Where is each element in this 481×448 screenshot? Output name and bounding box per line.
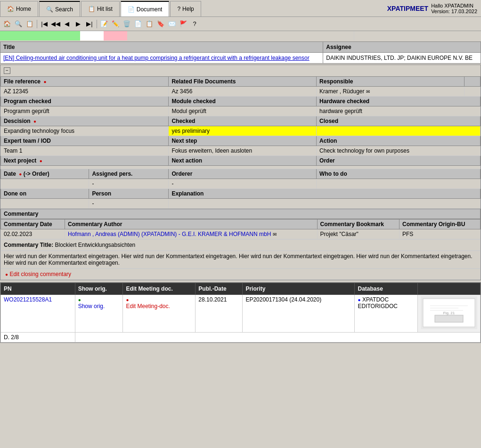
thumbnail-cell: Fig. 21 <box>418 295 481 333</box>
assignee-cell: DAIKIN INDUSTRIES, LTD. JP; DAIKIN EUROP… <box>323 53 481 64</box>
who-to-do-value <box>317 179 481 189</box>
bottom-table-container: PN Show orig. Edit Meeting doc. Publ.-Da… <box>0 282 481 343</box>
next-project-value <box>1 166 169 169</box>
toolbar: 🏠 🔍 📋 |◀ ◀◀ ◀ ▶ ▶| 📝 ✏️ 🗑️ 📄 📋 🔖 ✉️ 🚩 ? <box>0 17 481 31</box>
date-value <box>1 179 89 189</box>
responsible-email-icon[interactable]: ✉ <box>366 89 370 94</box>
prev-prev-btn[interactable]: ◀◀ <box>50 19 61 29</box>
order-value <box>317 166 481 169</box>
edit-commentary-dot: ● <box>5 272 8 277</box>
module-checked-value: Modul geprüft <box>169 106 317 116</box>
checked-header: Checked <box>169 116 317 126</box>
title-col-header: Title <box>0 42 323 53</box>
copy2-btn[interactable]: 📄 <box>133 19 143 29</box>
tab-search-label: Search <box>55 6 73 13</box>
last-btn[interactable]: ▶| <box>84 19 95 29</box>
action-value: Check technology for own purposes <box>317 146 481 156</box>
pn-link[interactable]: WO2021215528A1 <box>4 296 52 303</box>
header-table: Title Assignee [EN] Ceiling-mounted air … <box>0 41 481 64</box>
pn-value: WO2021215528A1 <box>1 295 75 333</box>
tab-document-label: Document <box>137 6 163 13</box>
flag-btn[interactable]: 🚩 <box>178 19 188 29</box>
copy-toolbar-btn[interactable]: 📋 <box>24 19 35 29</box>
thumbnail-svg: Fig. 21 <box>421 296 477 329</box>
done-on-value <box>1 199 89 209</box>
decision-value: Expanding technology focus <box>1 126 169 136</box>
next-step-value: Fokus erweitern, Ideen ausloten <box>169 146 317 156</box>
next-project-header: Next project ● <box>1 156 169 166</box>
tab-search[interactable]: 🔍 Search <box>39 1 80 16</box>
color-bar <box>0 31 481 41</box>
show-orig-col: Show orig. <box>75 283 123 295</box>
assignee-col-header: Assignee <box>323 42 481 53</box>
database-blue-dot: ● <box>358 297 360 302</box>
add-btn[interactable]: 📝 <box>99 19 109 29</box>
collapse-btn[interactable]: − <box>4 67 10 74</box>
help-toolbar-btn[interactable]: ? <box>189 19 200 29</box>
publ-date-value: 28.10.2021 <box>196 295 243 333</box>
color-bar-right <box>354 31 481 41</box>
decision-dot: ● <box>33 119 36 124</box>
explanation-header: Explanation <box>169 189 481 199</box>
home-icon: 🏠 <box>7 6 14 12</box>
search-icon: 🔍 <box>46 6 53 13</box>
tab-hitlist[interactable]: 📋 Hit list <box>81 1 120 16</box>
responsible-extra-header <box>464 77 480 87</box>
first-btn[interactable]: |◀ <box>39 19 49 29</box>
bookmark-btn[interactable]: 🔖 <box>155 19 166 29</box>
pn-page-info: D. 2/8 <box>1 333 75 342</box>
priority-col: Priority <box>243 283 355 295</box>
next-action-header: Next action <box>169 156 317 166</box>
program-checked-header: Program checked <box>1 97 169 106</box>
title-link[interactable]: [EN] Ceiling-mounted air conditioning un… <box>3 55 310 61</box>
brand-name: XPATIPMEET <box>387 5 428 12</box>
delete-btn[interactable]: 🗑️ <box>122 19 132 29</box>
commentary-author-col: Commentary Author <box>65 220 317 229</box>
greeting: Hallo XPATADMIN <box>431 3 473 8</box>
person-value: - <box>89 199 169 209</box>
edit-meeting-link[interactable]: Edit Meeting-doc. <box>126 303 170 310</box>
closed-header: Closed <box>317 116 481 126</box>
tab-hitlist-label: Hit list <box>97 6 113 12</box>
commentary-table: Commentary Date Commentary Author Commen… <box>0 219 481 239</box>
thumbnail-col <box>418 283 481 295</box>
program-checked-value: Programm geprüft <box>1 106 169 116</box>
show-orig-cell: ● Show orig. <box>75 295 123 333</box>
help-icon: ? <box>177 6 180 12</box>
commentary-author-value: Hofmann , Andreas (ADMIN) (XPATADMIN) - … <box>65 229 317 239</box>
title-cell: [EN] Ceiling-mounted air conditioning un… <box>0 53 323 64</box>
order-header: Order <box>317 156 481 166</box>
responsible-header: Responsible <box>317 77 465 87</box>
tab-home[interactable]: 🏠 Home <box>0 1 38 16</box>
file-ref-value: AZ 12345 <box>1 87 169 97</box>
edit-commentary-link[interactable]: Edit closing commentary <box>9 271 71 277</box>
edit-meeting-cell: ● Edit Meeting-doc. <box>123 295 196 333</box>
svg-rect-6 <box>435 315 463 322</box>
assigned-pers-header: Assigned pers. <box>89 169 169 179</box>
paste-btn[interactable]: 📋 <box>144 19 155 29</box>
tab-document[interactable]: 📄 Document <box>121 1 170 16</box>
edit-meeting-red-dot: ● <box>126 297 129 302</box>
search-toolbar-btn[interactable]: 🔍 <box>13 19 24 29</box>
author-email-icon[interactable]: ✉ <box>273 232 277 237</box>
priority-value: EP20200171304 (24.04.2020) <box>243 295 355 333</box>
show-orig-link[interactable]: Show orig. <box>78 303 105 310</box>
tab-home-label: Home <box>16 6 31 12</box>
tab-help[interactable]: ? Help <box>170 1 201 16</box>
prev-btn[interactable]: ◀ <box>62 19 72 29</box>
edit-btn[interactable]: ✏️ <box>110 19 121 29</box>
module-checked-header: Module checked <box>169 97 317 106</box>
email-btn[interactable]: ✉️ <box>167 19 177 29</box>
home-toolbar-btn[interactable]: 🏠 <box>2 19 12 29</box>
pn-col: PN <box>1 283 75 295</box>
commentary-origin-value: PFS <box>399 229 480 239</box>
color-seg-white <box>80 31 104 41</box>
expert-team-header: Expert team / IOD <box>1 136 169 146</box>
brand-version: Version: 17.03.2022 <box>431 8 477 14</box>
explanation-value <box>169 199 481 209</box>
document-icon: 📄 <box>128 6 135 13</box>
commentary-title-value: Blockiert Entwicklungsabsichten <box>55 242 135 248</box>
orderer-header: Orderer <box>169 169 317 179</box>
next-btn[interactable]: ▶ <box>73 19 83 29</box>
hitlist-icon: 📋 <box>88 6 95 12</box>
